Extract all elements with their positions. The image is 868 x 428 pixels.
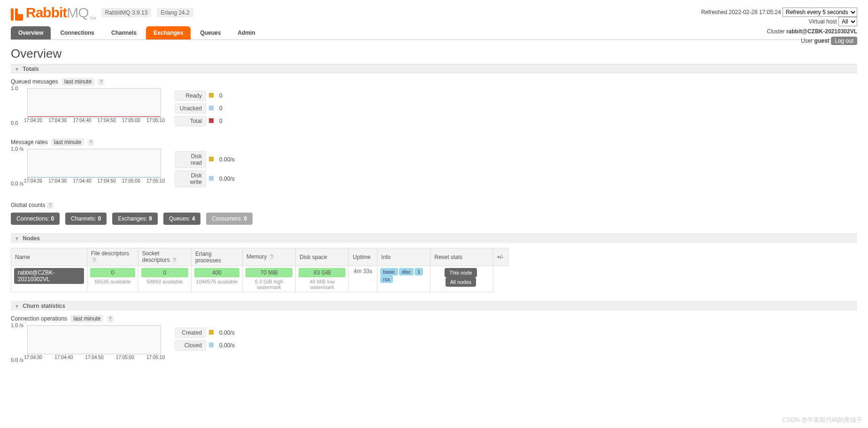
reset-this-node-button[interactable]: This node — [445, 268, 476, 277]
swatch-icon — [209, 157, 214, 161]
user-label: User — [801, 38, 813, 44]
swatch-icon — [209, 106, 214, 110]
cluster-name: rabbit@CZBK-20210302VL — [786, 28, 857, 35]
node-uptime: 4m 33s — [349, 266, 377, 292]
help-icon[interactable]: ? — [171, 257, 178, 264]
vhost-label: Virtual host — [809, 18, 837, 25]
global-counts: Connections: 0 Channels: 0 Exchanges: 9 … — [11, 213, 857, 225]
churn-chart: 1.0 /s 0.0 /s 17:04:30 17:04:40 17:04:50… — [11, 325, 161, 360]
swatch-icon — [209, 176, 214, 181]
swatch-icon — [209, 330, 214, 335]
tab-admin[interactable]: Admin — [230, 26, 262, 39]
tab-exchanges[interactable]: Exchanges — [146, 26, 191, 39]
nodes-table: Name File descriptors ? Socket descripto… — [11, 248, 508, 292]
rates-label: Message rates — [11, 139, 48, 145]
section-totals-title: Totals — [23, 66, 38, 72]
swatch-icon — [209, 343, 214, 347]
info-pill-1[interactable]: 1 — [415, 268, 423, 275]
count-connections[interactable]: Connections: 0 — [11, 213, 60, 225]
count-channels[interactable]: Channels: 0 — [65, 213, 107, 225]
swatch-icon — [209, 118, 214, 123]
refreshed-label: Refreshed — [701, 9, 727, 15]
queued-label: Queued messages — [11, 78, 58, 85]
tab-queues[interactable]: Queues — [192, 26, 228, 39]
help-icon[interactable]: ? — [98, 79, 104, 85]
logo[interactable]: RabbitMQ TM — [11, 5, 96, 21]
section-nodes-header[interactable]: ▼ Nodes — [11, 233, 857, 243]
rabbitmq-icon — [11, 8, 23, 21]
refreshed-time: 2022-02-28 17:05:24 — [729, 9, 781, 15]
queued-time-window[interactable]: last minute — [61, 78, 94, 85]
expand-column[interactable]: +/- — [493, 248, 508, 266]
section-totals-header[interactable]: ▼ Totals — [11, 64, 857, 74]
logo-tm: TM — [90, 16, 96, 21]
refresh-interval-select[interactable]: Refresh every 5 seconds — [783, 8, 857, 17]
count-exchanges[interactable]: Exchanges: 9 — [112, 213, 158, 225]
count-consumers[interactable]: Consumers: 0 — [206, 213, 253, 225]
table-header-row: Name File descriptors ? Socket descripto… — [11, 248, 508, 266]
info-pill-rss[interactable]: rss — [380, 275, 393, 283]
help-icon[interactable]: ? — [87, 139, 94, 146]
vhost-select[interactable]: All — [838, 17, 857, 26]
rabbitmq-version: RabbitMQ 3.9.13 — [101, 8, 152, 17]
help-icon[interactable]: ? — [47, 202, 54, 209]
rates-legend: Disk read0.00/s Disk write0.00/s — [175, 149, 238, 190]
caret-down-icon: ▼ — [15, 304, 19, 309]
queued-legend: Ready0 Unacked0 Total0 — [175, 88, 225, 129]
rates-chart: 1.0 /s 0.0 /s 17:04:20 17:04:30 17:04:40… — [11, 149, 161, 183]
section-churn-title: Churn statistics — [23, 303, 65, 309]
section-nodes-title: Nodes — [23, 235, 40, 242]
table-row: rabbit@CZBK-20210302VL 065536 available … — [11, 266, 508, 292]
help-icon[interactable]: ? — [269, 254, 275, 260]
help-icon[interactable]: ? — [91, 257, 98, 264]
churn-legend: Created0.00/s Closed0.00/s — [175, 325, 238, 353]
global-counts-label: Global counts — [11, 202, 45, 208]
caret-down-icon: ▼ — [15, 67, 19, 72]
churn-time-window[interactable]: last minute — [70, 315, 103, 322]
swatch-icon — [209, 93, 214, 98]
reset-all-nodes-button[interactable]: All nodes — [446, 277, 476, 287]
rates-time-window[interactable]: last minute — [51, 138, 84, 146]
count-queues[interactable]: Queues: 4 — [163, 213, 200, 225]
cluster-label: Cluster — [767, 28, 785, 35]
tab-overview[interactable]: Overview — [11, 26, 51, 39]
queued-chart: 1.0 0.0 17:04:20 17:04:30 17:04:40 17:04… — [11, 88, 161, 123]
info-pill-disc[interactable]: disc — [399, 268, 414, 275]
help-icon[interactable]: ? — [107, 316, 114, 322]
caret-down-icon: ▼ — [15, 236, 19, 241]
erlang-version: Erlang 24.2 — [157, 8, 193, 17]
tab-connections[interactable]: Connections — [53, 26, 102, 39]
logo-text: RabbitMQ — [26, 5, 89, 21]
tab-channels[interactable]: Channels — [104, 26, 144, 39]
logout-button[interactable]: Log out — [831, 37, 857, 45]
page-title: Overview — [11, 46, 857, 61]
churn-conn-label: Connection operations — [11, 315, 67, 322]
user-name: guest — [814, 38, 830, 44]
status-area: Refreshed 2022-02-28 17:05:24 Refresh ev… — [701, 8, 858, 46]
info-pill-basic[interactable]: basic — [380, 268, 398, 275]
node-name[interactable]: rabbit@CZBK-20210302VL — [14, 268, 84, 284]
section-churn-header[interactable]: ▼ Churn statistics — [11, 301, 857, 311]
